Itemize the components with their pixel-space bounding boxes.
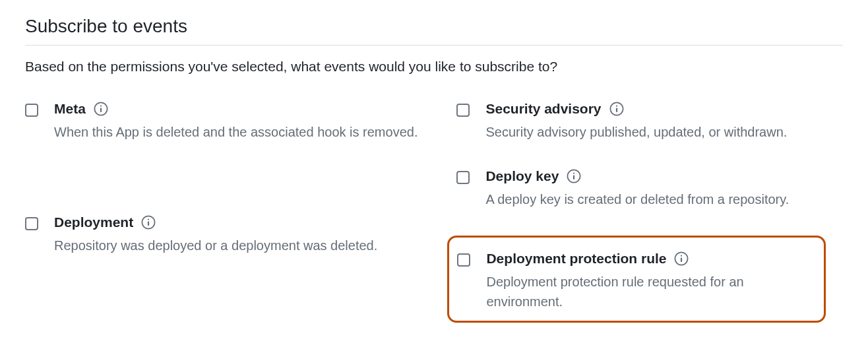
checkbox-deployment[interactable] xyxy=(25,217,38,230)
info-icon[interactable] xyxy=(609,102,624,116)
event-title: Deployment xyxy=(54,214,133,230)
event-content: Deployment Repository was deployed or a … xyxy=(54,214,454,255)
events-column-left: Meta When this App is deleted and the as… xyxy=(25,101,454,255)
event-content: Meta When this App is deleted and the as… xyxy=(54,101,454,142)
event-desc: When this App is deleted and the associa… xyxy=(54,122,454,142)
event-meta: Meta When this App is deleted and the as… xyxy=(25,101,454,142)
checkbox-security-advisory[interactable] xyxy=(456,104,470,117)
svg-point-1 xyxy=(100,106,102,107)
checkbox-deployment-protection-rule[interactable] xyxy=(457,253,470,267)
info-icon[interactable] xyxy=(567,169,581,183)
event-content: Security advisory Security advisory publ… xyxy=(485,101,826,142)
event-title-row: Deployment protection rule xyxy=(486,251,816,267)
svg-point-10 xyxy=(573,173,574,174)
event-title: Deployment protection rule xyxy=(486,251,666,267)
event-title: Meta xyxy=(54,101,86,117)
event-title-row: Security advisory xyxy=(485,101,826,117)
event-title: Security advisory xyxy=(485,101,601,117)
svg-point-13 xyxy=(681,255,682,257)
checkbox-meta[interactable] xyxy=(25,104,38,117)
event-desc: Repository was deployed or a deployment … xyxy=(54,236,454,255)
svg-point-7 xyxy=(615,106,617,107)
event-content: Deploy key A deploy key is created or de… xyxy=(485,168,826,209)
events-grid: Meta When this App is deleted and the as… xyxy=(25,101,843,323)
event-deploy-key: Deploy key A deploy key is created or de… xyxy=(456,168,826,209)
event-title-row: Meta xyxy=(54,101,454,117)
event-title-row: Deployment xyxy=(54,214,454,230)
events-column-right: Security advisory Security advisory publ… xyxy=(456,101,826,323)
event-title-row: Deploy key xyxy=(485,168,826,184)
event-content: Deployment protection rule Deployment pr… xyxy=(486,251,816,311)
event-security-advisory: Security advisory Security advisory publ… xyxy=(456,101,826,142)
subscribe-events-section: Subscribe to events Based on the permiss… xyxy=(0,0,868,336)
event-desc: A deploy key is created or deleted from … xyxy=(485,189,826,209)
section-subtext: Based on the permissions you've selected… xyxy=(25,59,843,75)
event-desc: Security advisory published, updated, or… xyxy=(485,122,826,142)
info-icon[interactable] xyxy=(674,251,689,266)
info-icon[interactable] xyxy=(141,215,156,230)
event-title: Deploy key xyxy=(485,168,559,184)
checkbox-deploy-key[interactable] xyxy=(456,171,470,184)
info-icon[interactable] xyxy=(94,102,108,116)
event-deployment-protection-rule: Deployment protection rule Deployment pr… xyxy=(447,236,826,323)
section-heading: Subscribe to events xyxy=(25,16,843,46)
event-deployment: Deployment Repository was deployed or a … xyxy=(25,214,454,255)
event-desc: Deployment protection rule requested for… xyxy=(486,272,816,311)
svg-point-4 xyxy=(148,219,149,220)
